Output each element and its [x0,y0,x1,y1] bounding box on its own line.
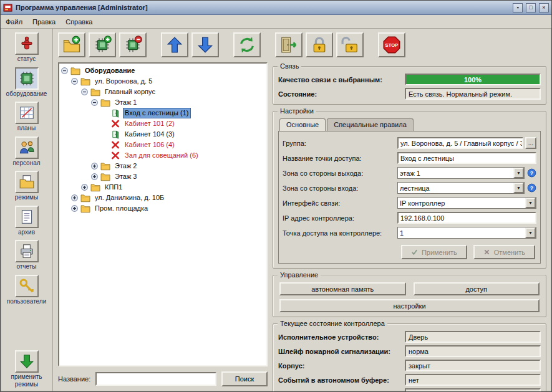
tree-node-label: Зал для совещаний (6) [123,151,200,160]
folder-plus-icon [62,36,81,54]
collapse-toggle-icon[interactable] [70,77,79,85]
access-point-name-input[interactable]: Вход с лестницы [397,152,536,164]
app-window: Программа управления [Administrator] ▪ □… [0,0,552,392]
add-group-button[interactable] [58,32,85,57]
browse-button[interactable]: ... [525,137,536,149]
apply-button[interactable]: Применить [401,245,467,259]
tree-node[interactable]: Кабинет 101 (2) [61,118,265,129]
expand-toggle-icon[interactable] [70,194,79,202]
autonomous-memory-button[interactable]: автономная память [279,282,406,295]
svg-text:STOP: STOP [385,42,399,48]
sidebar-item-personnel[interactable]: персонал [4,136,50,167]
collapse-toggle-icon[interactable] [61,67,69,75]
expand-toggle-icon[interactable] [90,173,99,181]
refresh-icon [238,36,256,54]
controller-ip-input[interactable]: 192.168.0.100 [397,212,536,224]
key-icon [15,275,39,297]
tree-node[interactable]: Пром. площадка [61,203,265,214]
minimize-button[interactable]: ▪ [513,3,523,12]
tree-node[interactable]: Оборудование [61,65,265,76]
controller-settings-button[interactable]: настройки [279,299,540,312]
lock-button[interactable] [306,32,333,57]
sidebar: статус оборудование планы персонал режим… [1,29,53,391]
tree-node[interactable]: Зал для совещаний (6) [61,150,265,161]
maximize-button[interactable]: □ [526,3,536,12]
access-button[interactable]: доступ [414,282,540,295]
expand-toggle-icon[interactable] [90,162,99,170]
stop-button[interactable]: STOP [378,32,405,57]
settings-group-title: Настройки [278,107,316,115]
search-row: Название: Поиск [58,371,268,386]
unlock-button[interactable] [336,32,364,57]
sidebar-item-users[interactable]: пользователи [4,275,50,305]
detail-pane: Связь Качество связи с выбранным: 100% С… [270,61,551,391]
field-label: Название точки доступа: [283,155,395,162]
title-bar[interactable]: Программа управления [Administrator] ▪ □… [1,1,551,15]
remove-device-button[interactable] [119,32,147,57]
collapse-toggle-icon[interactable] [90,98,99,107]
combo-value: 1 [398,227,525,238]
tab-main[interactable]: Основные [279,118,326,131]
close-button[interactable]: × [539,3,549,12]
tree-node[interactable]: ул. Воронова, д. 5 [61,76,265,87]
controller-access-point-combo[interactable]: 1▼ [397,227,536,239]
expand-toggle-icon[interactable] [70,204,79,213]
chevron-down-icon[interactable]: ▼ [525,227,536,238]
cancel-button[interactable]: Отменить [473,245,535,259]
tree-node-label: ул. Воронова, д. 5 [93,77,154,86]
expand-toggle-icon[interactable] [80,183,89,191]
tree-node[interactable]: Кабинет 106 (4) [61,140,265,150]
state-value: норма [405,345,541,357]
add-device-button[interactable] [89,32,116,57]
search-button[interactable]: Поиск [221,371,268,386]
refresh-button[interactable] [233,32,261,57]
menu-edit[interactable]: Правка [32,18,56,26]
menu-help[interactable]: Справка [65,18,92,26]
field-label: Группа: [283,140,395,147]
door-exit-icon [279,36,298,54]
chevron-down-icon[interactable]: ▼ [513,168,524,178]
field-label: Интерфейс связи: [283,199,395,207]
tree-node[interactable]: Кабинет 104 (3) [61,129,265,140]
toggle-spacer [100,109,109,117]
tab-special-rules[interactable]: Специальные правила [327,118,414,131]
settings-field-row: Интерфейс связи:IP контроллер▼ [283,197,536,209]
tree-node[interactable]: Главный корпус [61,87,265,97]
group-input[interactable]: ул. Воронова, д. 5 / Главный корпус / Эт… [397,137,523,149]
field-label: Зона со стороны выхода: [283,170,395,177]
window-body: статус оборудование планы персонал режим… [1,29,551,391]
sidebar-item-apply-modes[interactable]: применить режимы [4,350,50,388]
settings-field-row: Зона со стороны выхода:этаж 1▼? [283,167,536,179]
link-state-row: Состояние: Есть связь. Нормальный режим. [278,88,541,100]
tree-node[interactable]: ул. Данилкина, д. 10Б [61,193,265,203]
sidebar-item-modes[interactable]: режимы [4,171,50,201]
tree-node[interactable]: КПП1 [61,182,265,193]
move-down-button[interactable] [191,32,219,57]
tree-node[interactable]: Этаж 3 [61,171,265,182]
settings-field-row: Зона со стороны входа:лестница▼? [283,182,536,194]
menu-file[interactable]: Файл [6,18,22,26]
open-door-button[interactable] [275,32,303,57]
sidebar-item-plans[interactable]: планы [4,102,50,132]
tree-node[interactable]: Этаж 1 [61,97,265,108]
collapse-toggle-icon[interactable] [80,88,89,96]
sidebar-item-archive[interactable]: архив [4,206,50,236]
entry-zone-combo[interactable]: лестница▼ [397,182,525,194]
state-value: 12,2 ± 0,2 В (от сети) [405,388,541,392]
chevron-down-icon[interactable]: ▼ [513,183,524,193]
chevron-down-icon[interactable]: ▼ [525,198,536,208]
exit-zone-combo[interactable]: этаж 1▼ [397,167,525,179]
tree-node[interactable]: Вход с лестницы (1) [61,108,265,118]
link-interface-combo[interactable]: IP контроллер▼ [397,197,536,209]
help-icon[interactable]: ? [527,183,536,193]
help-icon[interactable]: ? [527,168,536,178]
tree-node[interactable]: Этаж 2 [61,161,265,171]
folder-icon [100,172,110,181]
settings-field-row: Название точки доступа:Вход с лестницы [283,152,536,164]
sidebar-item-equipment[interactable]: оборудование [4,67,50,98]
status-icon [15,32,39,55]
search-input[interactable] [95,372,216,386]
move-up-button[interactable] [161,32,188,57]
sidebar-item-status[interactable]: статус [4,32,50,63]
sidebar-item-reports[interactable]: отчеты [4,240,50,270]
